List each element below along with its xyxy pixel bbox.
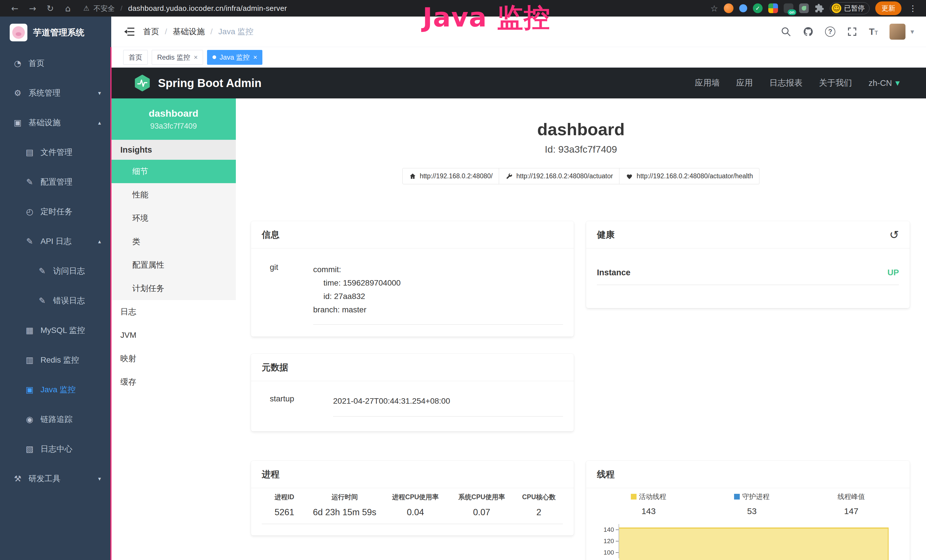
app-title: 芋道管理系统 [33, 27, 85, 38]
breadcrumb-home[interactable]: 首页 [143, 26, 159, 37]
tab-home[interactable]: 首页 [123, 50, 148, 65]
sidebar-item-config-mgmt[interactable]: ✎ 配置管理 [0, 167, 111, 197]
chart-plot-area [619, 524, 889, 558]
breadcrumb: 首页 / 基础设施 / Java 监控 [143, 26, 254, 37]
profile-avatar-icon: ☺ [832, 3, 841, 13]
sba-menu-details[interactable]: 细节 [111, 160, 236, 183]
header-actions: ? TT ▼ [781, 24, 914, 40]
sidebar-item-access-logs[interactable]: ✎ 访问日志 [0, 256, 111, 286]
gear-icon: ⚙ [12, 88, 23, 98]
sba-nav-journal[interactable]: 日志报表 [769, 77, 802, 89]
url-separator: / [121, 4, 123, 12]
process-card: 进程 进程ID 5261 运行时间 6d 23h 15m 59s 进程CPU使用… [251, 461, 574, 536]
sba-menu-classes[interactable]: 类 [111, 230, 236, 253]
bookmark-star-icon[interactable]: ☆ [710, 3, 718, 14]
extensions-menu-icon[interactable] [814, 3, 824, 13]
metadata-card: 元数据 startup 2021-04-27T00:44:31.254+08:0… [251, 354, 574, 431]
annotation-text: Java 监控 [423, 0, 551, 35]
sidebar-item-log-center[interactable]: ▧ 日志中心 [0, 434, 111, 464]
sidebar-item-system-mgmt[interactable]: ⚙ 系统管理 ▾ [0, 78, 111, 108]
chevron-down-icon: ▾ [98, 89, 101, 97]
extension-icon-orange[interactable] [724, 3, 734, 13]
sba-brand[interactable]: Spring Boot Admin [134, 75, 262, 91]
edit-icon: ✎ [24, 177, 35, 187]
service-url-button[interactable]: http://192.168.0.2:48080/ [402, 168, 499, 184]
history-icon[interactable]: ↺ [889, 228, 899, 241]
sidebar-item-scheduled-jobs[interactable]: ◴ 定时任务 [0, 197, 111, 227]
sba-menu-scheduled-tasks[interactable]: 计划任务 [111, 277, 236, 300]
sba-menu-config-props[interactable]: 配置属性 [111, 253, 236, 277]
instance-header[interactable]: dashboard 93a3fc7f7409 [111, 98, 236, 140]
health-card-title: 健康 [597, 229, 614, 241]
system-cpu-col: 系统CPU使用率 0.07 [449, 493, 515, 518]
process-cpu-col: 进程CPU使用率 0.04 [382, 493, 448, 518]
sba-menu-logs[interactable]: 日志 [111, 300, 236, 324]
reload-icon[interactable]: ↻ [43, 3, 57, 14]
help-icon[interactable]: ? [825, 27, 835, 37]
legend-peak-threads: 线程峰值 147 [838, 492, 865, 516]
forward-icon[interactable]: → [25, 3, 40, 14]
extension-icon-green-check[interactable]: ✓ [753, 3, 763, 13]
tab-java-monitor[interactable]: Java 监控 × [207, 50, 262, 65]
sidebar-item-trace[interactable]: ◉ 链路追踪 [0, 404, 111, 434]
sidebar-item-infrastructure[interactable]: ▣ 基础设施 ▴ [0, 108, 111, 138]
sba-nav-about[interactable]: 关于我们 [819, 77, 852, 89]
sba-nav-wallboard[interactable]: 应用墙 [695, 77, 720, 89]
sba-menu-environment[interactable]: 环境 [111, 207, 236, 230]
fullscreen-icon[interactable] [847, 26, 858, 37]
browser-menu-icon[interactable]: ⋮ [907, 4, 918, 13]
instance-id-short: 93a3fc7f7409 [150, 122, 197, 131]
profile-chip[interactable]: ☺ 已暂停 [830, 2, 870, 14]
sidebar-item-java-monitor[interactable]: ▣ Java 监控 [0, 375, 111, 404]
url-text[interactable]: dashboard.yudao.iocoder.cn/infra/admin-s… [128, 4, 287, 13]
sba-menu-metrics[interactable]: 性能 [111, 183, 236, 207]
sidebar-item-home[interactable]: ◔ 首页 [0, 48, 111, 78]
health-instance-row[interactable]: Instance UP [597, 260, 899, 285]
sidebar-item-file-mgmt[interactable]: ▤ 文件管理 [0, 138, 111, 167]
security-label[interactable]: 不安全 [94, 4, 115, 13]
search-icon[interactable] [781, 26, 791, 37]
sidebar-item-api-logs[interactable]: ✎ API 日志 ▴ [0, 227, 111, 256]
tab-redis-monitor[interactable]: Redis 监控 × [152, 50, 203, 65]
health-url-button[interactable]: http://192.168.0.2:48080/actuator/health [619, 168, 760, 184]
close-icon[interactable]: × [194, 53, 198, 61]
update-button[interactable]: 更新 [875, 2, 902, 15]
threads-legend: 活动线程 143 守护进程 53 线程峰值 147 [597, 492, 899, 516]
actuator-url-button[interactable]: http://192.168.0.2:48080/actuator [499, 168, 619, 184]
sidebar-item-dev-tools[interactable]: ⚒ 研发工具 ▾ [0, 464, 111, 493]
github-icon[interactable] [803, 26, 814, 37]
sba-menu-mappings[interactable]: 映射 [111, 347, 236, 370]
sba-menu-jvm[interactable]: JVM [111, 324, 236, 347]
sidebar-item-mysql-monitor[interactable]: ▦ MySQL 监控 [0, 316, 111, 345]
extension-icon-leaf[interactable] [799, 3, 809, 13]
language-selector[interactable]: zh-CN ▼ [869, 79, 900, 88]
process-id-col: 进程ID 5261 [262, 493, 307, 518]
collapse-sidebar-icon[interactable] [123, 26, 136, 38]
sidebar-item-redis-monitor[interactable]: ▥ Redis 监控 [0, 345, 111, 375]
chevron-down-icon: ▾ [98, 475, 101, 482]
document-icon: ▧ [24, 444, 35, 454]
user-avatar[interactable] [890, 24, 905, 40]
sba-menu-caches[interactable]: 缓存 [111, 370, 236, 394]
breadcrumb-infrastructure[interactable]: 基础设施 [173, 26, 205, 37]
browser-home-icon[interactable]: ⌂ [61, 3, 75, 14]
sba-nav-applications[interactable]: 应用 [736, 77, 753, 89]
close-icon[interactable]: × [253, 53, 257, 61]
sba-sidebar: dashboard 93a3fc7f7409 Insights 细节 性能 环境… [111, 98, 236, 560]
home-icon [409, 173, 416, 180]
address-bar[interactable]: ⚠ 不安全 / dashboard.yudao.iocoder.cn/infra… [83, 4, 287, 13]
extension-icon-colorgrid[interactable] [768, 3, 778, 13]
extension-icon-switch[interactable]: on [784, 3, 793, 13]
startup-row: startup 2021-04-27T00:44:31.254+08:00 [262, 394, 563, 416]
sba-nav: 应用墙 应用 日志报表 关于我们 zh-CN ▼ [695, 77, 900, 89]
app-logo-row[interactable]: 芋道管理系统 [0, 17, 111, 48]
sba-header: Spring Boot Admin 应用墙 应用 日志报表 关于我们 zh-CN… [111, 68, 926, 98]
active-threads-area [619, 527, 889, 560]
health-row-label: Instance [597, 268, 631, 277]
back-icon[interactable]: ← [8, 3, 22, 14]
extension-icon-blue[interactable] [739, 4, 747, 12]
info-card: 信息 git commit: time: 1596289704000 id: 2… [251, 221, 574, 337]
font-size-icon[interactable]: TT [869, 27, 878, 37]
sidebar-item-error-logs[interactable]: ✎ 错误日志 [0, 286, 111, 316]
monitor-icon: ▣ [24, 385, 35, 395]
